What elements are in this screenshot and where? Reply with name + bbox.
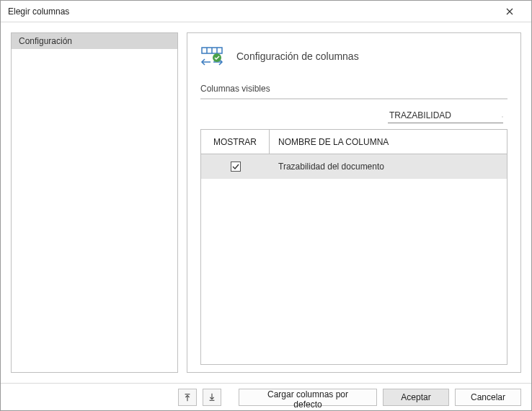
table-body: Trazabilidad del documento (201, 154, 507, 364)
column-header-name[interactable]: NOMBRE DE LA COLUMNA (270, 130, 507, 154)
cell-show (201, 162, 270, 172)
table-row[interactable]: Trazabilidad del documento (201, 154, 507, 179)
accept-button[interactable]: Aceptar (383, 389, 449, 406)
search-box[interactable] (388, 108, 503, 123)
arrow-up-bar-icon (184, 393, 191, 402)
column-header-show[interactable]: MOSTRAR (201, 130, 270, 154)
close-button[interactable] (494, 1, 526, 22)
columns-icon (200, 45, 223, 68)
close-icon (506, 8, 513, 15)
columns-table: MOSTRAR NOMBRE DE LA COLUMNA Trazabilida… (200, 129, 507, 365)
svg-point-7 (502, 116, 502, 117)
arrow-down-bar-icon (208, 393, 216, 402)
move-down-button[interactable] (203, 389, 221, 406)
check-icon (232, 163, 239, 170)
section-label-visible-columns: Columnas visibles (200, 84, 507, 94)
search-input[interactable] (388, 108, 499, 123)
table-header: MOSTRAR NOMBRE DE LA COLUMNA (201, 130, 507, 154)
sidebar-item-label: Configuración (19, 36, 72, 46)
search-icon[interactable] (502, 110, 503, 121)
dialog-footer: Cargar columnas por defecto Aceptar Canc… (1, 383, 531, 410)
section-separator (200, 98, 507, 100)
settings-panel: Configuración de columnas Columnas visib… (187, 32, 521, 373)
load-defaults-button[interactable]: Cargar columnas por defecto (239, 389, 377, 406)
dialog-content: Configuración Configuración de colu (1, 22, 531, 383)
panel-header: Configuración de columnas (200, 45, 507, 68)
show-checkbox[interactable] (231, 162, 241, 172)
search-row (200, 108, 503, 123)
dialog-title: Elegir columnas (8, 6, 69, 17)
svg-line-8 (502, 117, 503, 118)
cancel-button[interactable]: Cancelar (455, 389, 521, 406)
cell-name: Trazabilidad del documento (270, 162, 507, 172)
sidebar: Configuración (11, 32, 178, 373)
panel-title: Configuración de columnas (236, 50, 359, 62)
titlebar: Elegir columnas (1, 1, 531, 22)
sidebar-item-configuracion[interactable]: Configuración (12, 33, 177, 49)
move-up-button[interactable] (178, 389, 197, 406)
